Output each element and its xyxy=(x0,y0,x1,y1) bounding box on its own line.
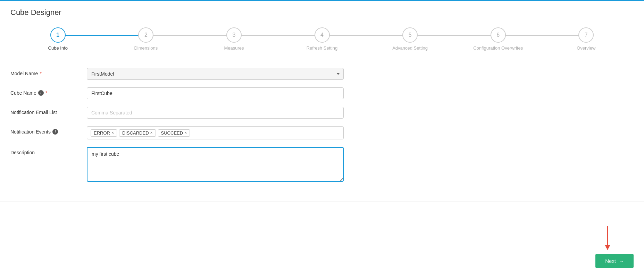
step-circle-3: 3 xyxy=(226,27,242,43)
step-label-2: Dimensions xyxy=(134,45,158,51)
model-name-control: FirstModel xyxy=(87,68,344,80)
page-container: Cube Designer 1 Cube Info 2 Dimensions 3… xyxy=(0,0,644,275)
description-control: my first cube xyxy=(87,147,344,183)
step-circle-7: 7 xyxy=(578,27,594,43)
next-button-container: Next → xyxy=(595,254,634,268)
cube-name-required: * xyxy=(45,90,47,96)
step-label-4: Refresh Setting xyxy=(307,45,338,51)
cube-name-input[interactable] xyxy=(87,87,344,99)
description-label: Description xyxy=(10,147,87,155)
next-button-label: Next xyxy=(605,258,616,264)
model-name-select[interactable]: FirstModel xyxy=(87,68,344,80)
form-section: Model Name * FirstModel Cube Name i * xyxy=(10,65,634,194)
step-3[interactable]: 3 Measures xyxy=(190,27,278,51)
model-name-label: Model Name * xyxy=(10,68,87,76)
notification-email-control xyxy=(87,107,344,119)
red-arrow-icon xyxy=(604,226,611,250)
step-circle-5: 5 xyxy=(402,27,418,43)
step-circle-6: 6 xyxy=(491,27,506,43)
stepper: 1 Cube Info 2 Dimensions 3 Measures 4 xyxy=(10,27,634,51)
tag-succeed-remove[interactable]: × xyxy=(184,131,187,135)
step-label-3: Measures xyxy=(224,45,244,51)
step-1[interactable]: 1 Cube Info xyxy=(14,27,102,51)
svg-marker-1 xyxy=(605,245,610,250)
step-5[interactable]: 5 Advanced Setting xyxy=(366,27,454,51)
description-row: Description my first cube xyxy=(10,147,634,183)
cube-name-row: Cube Name i * xyxy=(10,87,634,99)
next-button[interactable]: Next → xyxy=(595,254,634,268)
step-circle-1: 1 xyxy=(50,27,66,43)
notification-events-control: ERROR × DISCARDED × SUCCEED × xyxy=(87,126,344,139)
tag-error: ERROR × xyxy=(91,129,117,137)
cube-name-control xyxy=(87,87,344,99)
page-title: Cube Designer xyxy=(10,8,634,17)
step-2[interactable]: 2 Dimensions xyxy=(102,27,190,51)
step-6[interactable]: 6 Configuration Overwrites xyxy=(454,27,542,51)
tag-succeed: SUCCEED × xyxy=(158,129,190,137)
cube-name-info-icon: i xyxy=(38,90,44,96)
step-circle-4: 4 xyxy=(315,27,330,43)
cube-name-label: Cube Name i * xyxy=(10,87,87,96)
description-textarea[interactable]: my first cube xyxy=(87,147,344,182)
notification-events-info-icon: i xyxy=(52,129,58,135)
step-label-1: Cube Info xyxy=(48,45,68,51)
next-button-arrow: → xyxy=(619,258,624,264)
step-4[interactable]: 4 Refresh Setting xyxy=(278,27,366,51)
red-arrow-container xyxy=(604,226,611,251)
tag-error-remove[interactable]: × xyxy=(111,131,114,135)
model-name-row: Model Name * FirstModel xyxy=(10,68,634,80)
step-label-5: Advanced Setting xyxy=(392,45,428,51)
notification-events-row: Notification Events i ERROR × DISCARDED … xyxy=(10,126,634,139)
model-name-required: * xyxy=(40,71,41,76)
step-label-6: Configuration Overwrites xyxy=(473,45,523,51)
tag-discarded-remove[interactable]: × xyxy=(150,131,153,135)
notification-email-row: Notification Email List xyxy=(10,107,634,119)
notification-email-input[interactable] xyxy=(87,107,344,119)
notification-events-tags[interactable]: ERROR × DISCARDED × SUCCEED × xyxy=(87,126,344,139)
step-circle-2: 2 xyxy=(138,27,153,43)
tag-discarded: DISCARDED × xyxy=(119,129,156,137)
notification-events-label: Notification Events i xyxy=(10,126,87,135)
step-label-7: Overview xyxy=(577,45,595,51)
notification-email-label: Notification Email List xyxy=(10,107,87,115)
bottom-divider xyxy=(0,201,644,201)
step-7[interactable]: 7 Overview xyxy=(542,27,630,51)
